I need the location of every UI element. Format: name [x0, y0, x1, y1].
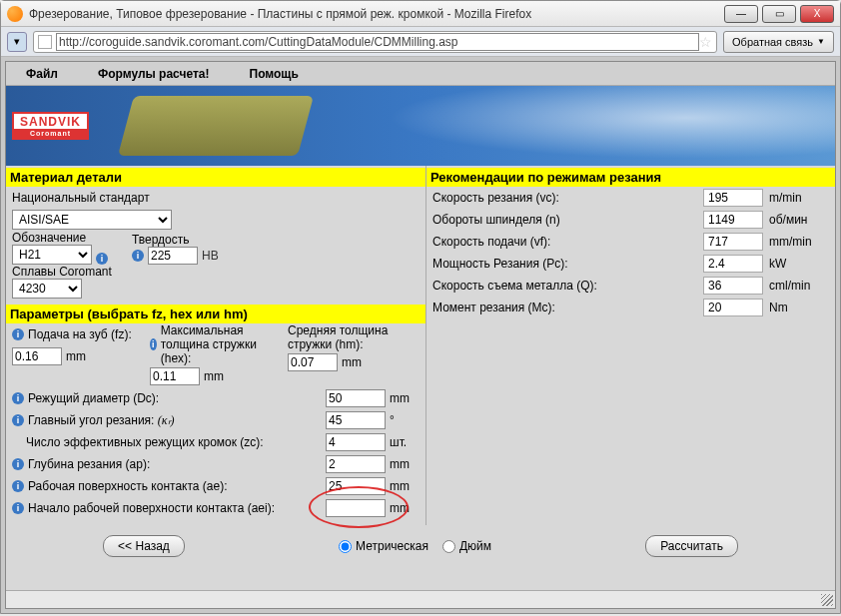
material-header: Материал детали	[6, 168, 425, 187]
q-label: Скорость съема металла (Q):	[432, 279, 703, 293]
metric-radio[interactable]: Метрическая	[339, 539, 428, 553]
hardness-input[interactable]	[148, 247, 198, 265]
banner-sheen	[338, 86, 835, 166]
fz-input[interactable]	[12, 347, 62, 365]
mc-value: 20	[703, 299, 763, 316]
zc-input[interactable]	[326, 433, 386, 451]
banner-tool-image	[118, 96, 314, 156]
menu-formulas[interactable]: Формулы расчета!	[98, 67, 210, 81]
menu-file[interactable]: Файл	[26, 67, 58, 81]
inch-radio[interactable]: Дюйм	[442, 539, 491, 553]
hardness-label: Твердость	[132, 233, 219, 247]
vf-value: 717	[703, 233, 763, 251]
back-button[interactable]: << Назад	[103, 535, 185, 557]
params-header: Параметры (выбрать fz, hex или hm)	[6, 305, 425, 323]
info-icon[interactable]: i	[12, 328, 24, 340]
window-title-bar: Фрезерование, Типовое фрезерование - Пла…	[1, 1, 840, 27]
maximize-button[interactable]: ▭	[762, 5, 796, 23]
zc-label: Число эффективных режущих кромок (zc):	[12, 435, 322, 449]
n-value: 1149	[703, 211, 763, 229]
vf-label: Скорость подачи (vf):	[432, 235, 703, 249]
hm-label: Средняя толщина стружки (hm):	[288, 323, 420, 351]
designation-select[interactable]: H21	[12, 245, 92, 265]
feedback-label: Обратная связь	[732, 36, 813, 48]
kappa-input[interactable]	[326, 411, 386, 429]
app-menu: Файл Формулы расчета! Помощь	[6, 62, 835, 86]
bookmark-star-icon[interactable]: ☆	[699, 34, 712, 50]
mc-label: Момент резания (Mc):	[432, 301, 703, 314]
unit-radio-group: Метрическая Дюйм	[339, 539, 491, 553]
standard-label: Национальный стандарт	[12, 191, 150, 205]
banner: SANDVIK Coromant	[6, 86, 835, 166]
hex-input[interactable]	[150, 367, 200, 385]
alloys-label: Сплавы Coromant	[12, 265, 420, 279]
standard-select[interactable]: AISI/SAE	[12, 210, 172, 230]
info-icon[interactable]: i	[12, 414, 24, 426]
q-value: 36	[703, 277, 763, 295]
info-icon[interactable]: i	[96, 253, 108, 265]
ap-label: Глубина резания (ap):	[28, 457, 322, 471]
n-label: Обороты шпинделя (n)	[432, 213, 703, 227]
vc-label: Скорость резания (vc):	[432, 191, 703, 205]
tab-icon[interactable]: ▾	[7, 32, 27, 52]
info-icon[interactable]: i	[12, 458, 24, 470]
fz-label: Подача на зуб (fz):	[28, 327, 132, 341]
ae-label: Рабочая поверхность контакта (ae):	[28, 479, 322, 493]
menu-help[interactable]: Помощь	[250, 67, 299, 81]
alloys-select[interactable]: 4230	[12, 279, 82, 299]
chevron-down-icon: ▼	[817, 37, 825, 46]
url-input[interactable]	[56, 33, 699, 51]
status-bar	[6, 590, 835, 608]
hardness-unit: HB	[202, 249, 219, 263]
hex-label: Максимальная толщина стружки (hex):	[161, 323, 282, 365]
dc-label: Режущий диаметр (Dc):	[28, 391, 322, 405]
info-icon[interactable]: i	[12, 392, 24, 404]
ae-input[interactable]	[326, 477, 386, 495]
window-title: Фрезерование, Типовое фрезерование - Пла…	[29, 7, 724, 21]
pc-label: Мощность Резания (Pc):	[432, 257, 703, 271]
sandvik-logo: SANDVIK Coromant	[12, 112, 89, 140]
designation-label: Обозначение	[12, 231, 92, 245]
vc-value: 195	[703, 189, 763, 207]
aei-label: Начало рабочей поверхности контакта (aei…	[28, 501, 322, 515]
firefox-icon	[7, 6, 23, 22]
info-icon[interactable]: i	[12, 480, 24, 492]
results-header: Рекомендации по режимам резания	[426, 168, 835, 187]
minimize-button[interactable]: —	[724, 5, 758, 23]
page-content: Файл Формулы расчета! Помощь SANDVIK Cor…	[5, 61, 836, 609]
info-icon[interactable]: i	[150, 338, 157, 350]
pc-value: 2.4	[703, 255, 763, 273]
address-bar[interactable]: ☆	[33, 31, 717, 53]
hm-input[interactable]	[288, 353, 338, 371]
page-icon	[38, 35, 52, 49]
info-icon[interactable]: i	[12, 502, 24, 514]
info-icon[interactable]: i	[132, 250, 144, 262]
dc-input[interactable]	[326, 389, 386, 407]
ap-input[interactable]	[326, 455, 386, 473]
feedback-button[interactable]: Обратная связь ▼	[723, 31, 834, 53]
resize-grip-icon[interactable]	[821, 594, 833, 606]
calculate-button[interactable]: Рассчитать	[645, 535, 738, 557]
kappa-label: Главный угол резания: (κᵣ)	[28, 413, 322, 428]
aei-input[interactable]	[326, 499, 386, 517]
close-button[interactable]: X	[800, 5, 834, 23]
